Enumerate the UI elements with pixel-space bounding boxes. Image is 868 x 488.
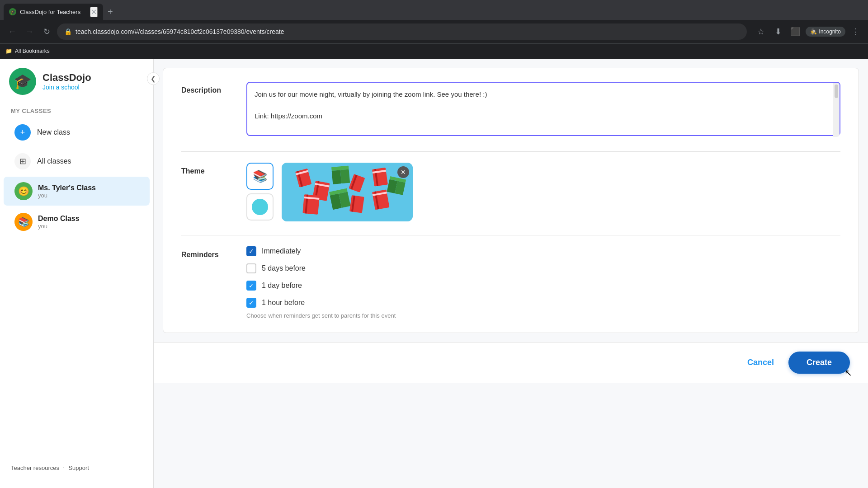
theme-option-books[interactable]: 📚 — [246, 163, 274, 190]
class-item-1[interactable]: 📚 Demo Class you — [4, 207, 150, 236]
class-name-1: Demo Class — [38, 215, 80, 223]
reminder-item-1day: ✓ 1 day before — [246, 281, 396, 291]
tab-favicon: 🎓 — [9, 8, 16, 15]
create-button-wrap: Create ↖ — [788, 352, 850, 374]
reminders-list: ✓ Immediately 5 days before ✓ 1 day befo… — [246, 246, 396, 308]
reminder-item-1hour: ✓ 1 hour before — [246, 298, 396, 308]
tab-title: ClassDojo for Teachers — [20, 9, 80, 15]
reminder-label-1day: 1 day before — [262, 282, 302, 290]
reminder-checkbox-1hour[interactable]: ✓ — [246, 298, 256, 308]
tab-close-button[interactable]: ✕ — [90, 7, 98, 17]
logo-icon: 🎓 — [14, 73, 32, 90]
sidebar-item-new-class[interactable]: + New class — [4, 119, 150, 146]
description-label: Description — [181, 82, 236, 94]
sidebar-footer: Teacher resources · Support — [0, 456, 153, 479]
address-bar[interactable]: 🔒 teach.classdojo.com/#/classes/65974c81… — [57, 23, 747, 40]
theme-remove-icon: ✕ — [401, 169, 406, 176]
lock-icon: 🔒 — [64, 28, 72, 35]
reminder-label-1hour: 1 hour before — [262, 299, 305, 307]
books-icon: 📚 — [253, 169, 267, 183]
class-avatar-0: 😊 — [14, 182, 33, 200]
download-button[interactable]: ⬇ — [771, 25, 785, 38]
browser-nav: ← → ↻ 🔒 teach.classdojo.com/#/classes/65… — [0, 20, 868, 43]
textarea-scrollbar — [833, 83, 840, 137]
class-sub-0: you — [38, 192, 96, 199]
sidebar-collapse-button[interactable]: ❮ — [147, 72, 160, 85]
all-classes-icon: ⊞ — [14, 153, 31, 169]
browser-chrome: 🎓 ClassDojo for Teachers ✕ + ← → ↻ 🔒 tea… — [0, 0, 868, 59]
sidebar-item-all-classes[interactable]: ⊞ All classes — [4, 148, 150, 175]
svg-rect-8 — [332, 170, 342, 184]
class-sub-1: you — [38, 223, 80, 230]
incognito-label: Incognito — [819, 28, 841, 35]
form-actions: Cancel Create ↖ — [154, 342, 868, 383]
form-card: Description Join us for our movie night,… — [163, 68, 859, 333]
teacher-resources-link[interactable]: Teacher resources — [11, 465, 59, 471]
reminders-label: Reminders — [181, 246, 236, 259]
join-school-link[interactable]: Join a school — [42, 84, 91, 91]
reminder-checkbox-5days[interactable] — [246, 263, 256, 273]
bookmark-button[interactable]: ☆ — [754, 25, 768, 38]
refresh-button[interactable]: ↻ — [40, 25, 53, 38]
theme-options-wrap: 📚 — [246, 163, 413, 221]
new-class-label: New class — [37, 128, 70, 136]
sidebar-brand: ClassDojo Join a school — [42, 72, 91, 91]
theme-options: 📚 — [246, 163, 274, 221]
theme-row: Theme 📚 — [181, 163, 840, 221]
description-row: Description Join us for our movie night,… — [181, 82, 840, 138]
reminder-item-immediately: ✓ Immediately — [246, 246, 396, 256]
theme-preview-svg — [282, 163, 413, 221]
support-link[interactable]: Support — [68, 465, 89, 471]
brand-name: ClassDojo — [42, 72, 91, 84]
theme-label: Theme — [181, 163, 236, 175]
reminders-row: Reminders ✓ Immediately 5 days before — [181, 246, 840, 319]
menu-button[interactable]: ⋮ — [849, 25, 863, 38]
reminder-checkbox-immediately[interactable]: ✓ — [246, 246, 256, 256]
reminder-checkbox-1day[interactable]: ✓ — [246, 281, 256, 291]
footer-dot: · — [63, 464, 65, 472]
class-avatar-1: 📚 — [14, 213, 33, 231]
collapse-icon: ❮ — [151, 75, 156, 82]
scrollbar-thumb — [835, 84, 838, 98]
reminders-list-wrap: ✓ Immediately 5 days before ✓ 1 day befo… — [246, 246, 396, 319]
browser-tabs: 🎓 ClassDojo for Teachers ✕ + — [0, 0, 868, 20]
theme-divider — [181, 151, 840, 152]
all-classes-label: All classes — [37, 157, 71, 165]
description-control: Join us for our movie night, virtually b… — [246, 82, 840, 138]
reminder-label-5days: 5 days before — [262, 264, 306, 272]
reminder-label-immediately: Immediately — [262, 247, 301, 255]
class-info-0: Ms. Tyler's Class you — [38, 184, 96, 199]
my-classes-label: My Classes — [0, 104, 153, 118]
textarea-wrap: Join us for our movie night, virtually b… — [246, 82, 840, 138]
theme-option-color[interactable] — [246, 193, 274, 221]
app-container: 🎓 ClassDojo Join a school ❮ My Classes +… — [0, 59, 868, 488]
class-info-1: Demo Class you — [38, 215, 80, 230]
reminders-divider — [181, 235, 840, 235]
forward-button[interactable]: → — [23, 25, 36, 38]
sidebar-header: 🎓 ClassDojo Join a school — [0, 68, 153, 104]
back-button[interactable]: ← — [5, 25, 19, 38]
color-circle — [252, 199, 268, 215]
description-textarea[interactable]: Join us for our movie night, virtually b… — [246, 82, 840, 136]
new-tab-button[interactable]: + — [103, 7, 118, 17]
bookmarks-bar: 📁 All Bookmarks — [0, 43, 868, 58]
theme-remove-button[interactable]: ✕ — [397, 166, 409, 178]
main-content: Description Join us for our movie night,… — [154, 59, 868, 488]
cancel-button[interactable]: Cancel — [740, 353, 781, 372]
cursor-indicator: ↖ — [844, 367, 852, 378]
reminders-hint: Choose when reminders get sent to parent… — [246, 312, 396, 319]
incognito-badge: 🕵 Incognito — [806, 27, 845, 37]
incognito-icon: 🕵 — [810, 28, 817, 35]
bookmarks-label: All Bookmarks — [15, 48, 50, 54]
new-class-icon: + — [14, 124, 31, 141]
reminder-item-5days: 5 days before — [246, 263, 396, 273]
create-button[interactable]: Create — [788, 352, 850, 374]
svg-rect-9 — [340, 169, 350, 184]
nav-actions: ☆ ⬇ ⬛ 🕵 Incognito ⋮ — [754, 25, 863, 38]
extensions-button[interactable]: ⬛ — [788, 25, 802, 38]
class-item-0[interactable]: 😊 Ms. Tyler's Class you — [4, 177, 150, 206]
brand-logo: 🎓 — [9, 68, 36, 95]
address-text: teach.classdojo.com/#/classes/65974c810c… — [75, 28, 740, 35]
theme-preview: ✕ — [282, 163, 413, 221]
active-tab[interactable]: 🎓 ClassDojo for Teachers ✕ — [4, 4, 103, 20]
